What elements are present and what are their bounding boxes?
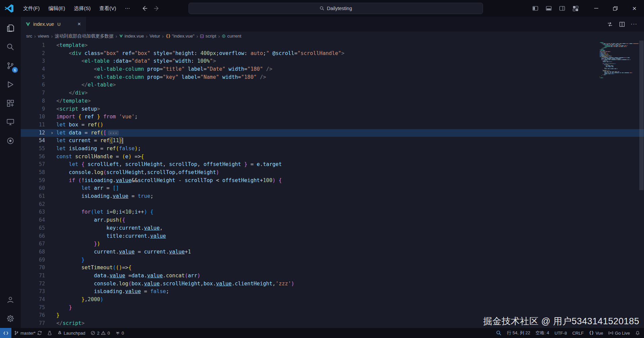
breadcrumb-folder[interactable]: 滚动到底部自动加载更多数据 [55, 33, 114, 39]
breadcrumb-file[interactable]: index.vue [119, 34, 144, 39]
line-number[interactable]: 68 [21, 248, 48, 256]
code-line[interactable]: 8</template> [21, 97, 644, 105]
editor-more-actions-icon[interactable]: ··· [629, 19, 639, 30]
code-line[interactable]: 7 </div> [21, 89, 644, 97]
customize-layout-icon[interactable] [570, 3, 581, 14]
line-number[interactable]: 1 [21, 42, 48, 50]
code-line[interactable]: 69 } [21, 256, 644, 264]
split-editor-icon[interactable] [616, 19, 627, 30]
code-line[interactable]: 72 console.log(box.value.scrollHeight,bo… [21, 280, 644, 288]
line-number[interactable]: 4 [21, 65, 48, 73]
menu-view[interactable]: 查看(V) [95, 3, 120, 14]
line-number[interactable]: 7 [21, 89, 48, 97]
line-number[interactable]: 5 [21, 73, 48, 81]
line-number[interactable]: 75 [21, 304, 48, 312]
menu-selection[interactable]: 选择(S) [69, 3, 95, 14]
line-number[interactable]: 67 [21, 240, 48, 248]
code-line[interactable]: 9<script setup> [21, 105, 644, 113]
code-line[interactable]: 68 current.value = current.value+1 [21, 248, 644, 256]
remote-indicator[interactable] [0, 328, 11, 338]
minimize-button[interactable]: ─ [587, 0, 606, 17]
line-number[interactable]: 58 [21, 169, 48, 177]
toggle-panel-icon[interactable] [543, 3, 554, 14]
run-debug-icon[interactable] [0, 75, 21, 94]
vertical-scrollbar[interactable] [639, 41, 644, 328]
line-number[interactable]: 61 [21, 192, 48, 201]
problems-status[interactable]: 2 0 [88, 328, 112, 338]
launchpad-status[interactable]: Launchpad [55, 328, 88, 338]
line-number[interactable]: 2 [21, 50, 48, 58]
ports-status[interactable]: 0 [113, 328, 127, 338]
minimap[interactable] [600, 42, 637, 78]
line-number[interactable]: 60 [21, 184, 48, 192]
code-line[interactable]: 54let current = ref(11) [21, 137, 644, 145]
indentation-status[interactable]: 空格: 4 [533, 328, 552, 338]
line-number[interactable]: 8 [21, 97, 48, 105]
nav-forward-icon[interactable] [154, 5, 160, 11]
close-button[interactable]: × [625, 0, 644, 17]
eol-status[interactable]: CRLF [570, 328, 586, 338]
fold-chevron-icon[interactable]: › [48, 129, 56, 137]
line-number[interactable]: 57 [21, 161, 48, 169]
toggle-sidebar-icon[interactable] [530, 3, 541, 14]
code-line[interactable]: 10import { ref } from 'vue'; [21, 113, 644, 121]
line-number[interactable]: 66 [21, 232, 48, 240]
line-number[interactable]: 3 [21, 57, 48, 65]
line-number[interactable]: 70 [21, 264, 48, 272]
code-line[interactable]: 56const scrollHandle = (e) =>{ [21, 153, 644, 161]
settings-gear-icon[interactable] [0, 309, 21, 328]
tab-close-icon[interactable]: × [75, 20, 83, 28]
source-control-icon[interactable]: 6 [0, 56, 21, 75]
code-line[interactable]: 59 if (!isLoading.value&&scrollHeight - … [21, 177, 644, 185]
code-line[interactable]: 60 let arr = [] [21, 184, 644, 192]
code-line[interactable]: 1<template> [21, 42, 644, 50]
code-line[interactable]: 55let isLoading = ref(false); [21, 145, 644, 153]
line-number[interactable]: 59 [21, 177, 48, 185]
menu-file[interactable]: 文件(F) [19, 3, 44, 14]
line-number[interactable]: 55 [21, 145, 48, 153]
command-center-search[interactable]: Dailytesting [189, 3, 483, 14]
code-line[interactable]: 6 </el-table> [21, 81, 644, 89]
git-branch-status[interactable]: master* [11, 328, 45, 338]
line-number[interactable]: 54 [21, 137, 48, 145]
scrollbar-thumb[interactable] [639, 41, 644, 190]
code-line[interactable]: 3 <el-table :data="data" style="width: 1… [21, 57, 644, 65]
line-number[interactable]: 10 [21, 113, 48, 121]
line-number[interactable]: 63 [21, 208, 48, 216]
remote-explorer-icon[interactable] [0, 113, 21, 131]
notifications-bell[interactable] [633, 328, 644, 338]
menu-edit[interactable]: 编辑(E) [44, 3, 69, 14]
line-number[interactable]: 71 [21, 272, 48, 280]
code-line[interactable]: 62 [21, 201, 644, 209]
line-number[interactable]: 62 [21, 201, 48, 209]
beaker-status[interactable] [45, 328, 55, 338]
breadcrumb-src[interactable]: src [26, 34, 32, 39]
code-line[interactable]: 64 arr.push({ [21, 216, 644, 224]
breadcrumb-views[interactable]: views [38, 34, 49, 39]
open-changes-icon[interactable] [604, 19, 615, 30]
code-line[interactable]: 5 <el-table-column prop="key" label="Nam… [21, 73, 644, 81]
encoding-status[interactable]: UTF-8 [552, 328, 570, 338]
line-number[interactable]: 76 [21, 312, 48, 320]
line-number[interactable]: 65 [21, 224, 48, 232]
nav-back-icon[interactable] [142, 5, 148, 11]
code-line[interactable]: 66 title:current.value [21, 232, 644, 240]
line-number[interactable]: 6 [21, 81, 48, 89]
line-number[interactable]: 72 [21, 280, 48, 288]
code-line[interactable]: 4 <el-table-column prop="title" label="D… [21, 65, 644, 73]
line-number[interactable]: 64 [21, 216, 48, 224]
line-number[interactable]: 56 [21, 153, 48, 161]
cursor-position[interactable]: 行 54, 列 22 [504, 328, 533, 338]
extensions-icon[interactable] [0, 94, 21, 113]
code-line[interactable]: 2 <div class="box" ref="box" style="heig… [21, 50, 644, 58]
line-number[interactable]: 74 [21, 296, 48, 304]
tab-index-vue[interactable]: index.vue U × [21, 17, 87, 32]
code-line[interactable]: 73 isLoading.value = false; [21, 288, 644, 296]
live-preview-icon[interactable] [0, 131, 21, 150]
code-line[interactable]: 61 isLoading.value = true; [21, 192, 644, 201]
breadcrumb-symbol-root[interactable]: {} "index.vue" [166, 34, 195, 39]
code-line[interactable]: 57 let { scrollLeft, scrollHeight, scrol… [21, 161, 644, 169]
code-line[interactable]: 70 setTimeout(()=>{ [21, 264, 644, 272]
breadcrumb-current[interactable]: current [222, 34, 241, 39]
code-line[interactable]: 65 key:current.value, [21, 224, 644, 232]
